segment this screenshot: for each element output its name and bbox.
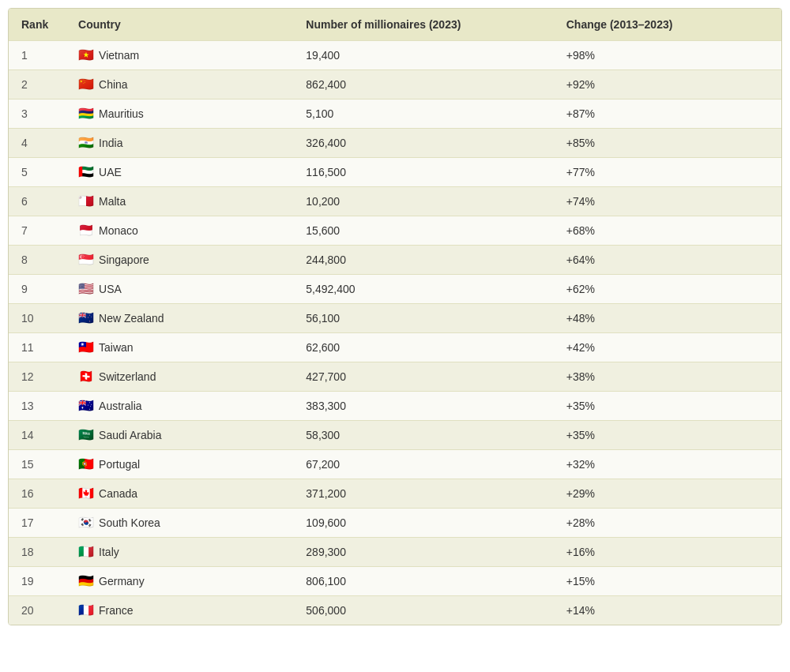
rank-cell: 13 [9, 392, 66, 421]
country-name: New Zealand [99, 312, 164, 325]
country-name: Canada [99, 487, 137, 500]
millionaires-count: 10,200 [293, 187, 553, 216]
change-value: +16% [554, 538, 781, 567]
country-name: Portugal [99, 458, 140, 471]
country-cell: 🇲🇨Monaco [66, 216, 293, 246]
millionaires-table: Rank Country Number of millionaires (202… [8, 8, 782, 625]
country-name: Australia [99, 400, 141, 412]
table-row: 8🇸🇬Singapore244,800+64% [9, 246, 781, 275]
flag-icon: 🇳🇿 [78, 312, 94, 325]
country-cell: 🇮🇳India [66, 129, 293, 158]
country-cell: 🇲🇹Malta [66, 187, 293, 216]
country-name: UAE [99, 166, 122, 178]
country-cell: 🇨🇦Canada [66, 479, 293, 509]
flag-icon: 🇵🇹 [78, 458, 94, 471]
change-value: +38% [554, 362, 781, 392]
header-millionaires: Number of millionaires (2023) [293, 9, 553, 41]
change-value: +62% [554, 275, 781, 304]
table-row: 13🇦🇺Australia383,300+35% [9, 392, 781, 421]
country-name: South Korea [99, 516, 160, 529]
country-name: India [99, 137, 122, 149]
country-name: Singapore [99, 253, 149, 266]
country-name: Saudi Arabia [99, 429, 161, 441]
country-name: USA [99, 283, 122, 295]
country-cell: 🇺🇸USA [66, 275, 293, 304]
flag-icon: 🇨🇦 [78, 487, 94, 500]
country-cell: 🇦🇪UAE [66, 158, 293, 187]
country-name: Italy [99, 546, 119, 558]
rank-cell: 1 [9, 41, 66, 70]
millionaires-count: 62,600 [293, 333, 553, 362]
table-row: 9🇺🇸USA5,492,400+62% [9, 275, 781, 304]
country-name: Monaco [99, 224, 138, 237]
table-row: 16🇨🇦Canada371,200+29% [9, 479, 781, 509]
flag-icon: 🇩🇪 [78, 575, 94, 588]
rank-cell: 4 [9, 129, 66, 158]
flag-icon: 🇹🇼 [78, 341, 94, 354]
millionaires-count: 244,800 [293, 246, 553, 275]
country-cell: 🇵🇹Portugal [66, 450, 293, 479]
country-name: Malta [99, 195, 126, 208]
change-value: +74% [554, 187, 781, 216]
millionaires-count: 506,000 [293, 596, 553, 625]
country-name: Taiwan [99, 341, 134, 354]
table-row: 6🇲🇹Malta10,200+74% [9, 187, 781, 216]
change-value: +87% [554, 99, 781, 129]
millionaires-count: 15,600 [293, 216, 553, 246]
change-value: +98% [554, 41, 781, 70]
flag-icon: 🇦🇪 [78, 166, 94, 178]
country-cell: 🇮🇹Italy [66, 538, 293, 567]
country-cell: 🇰🇷South Korea [66, 509, 293, 538]
table-row: 3🇲🇺Mauritius5,100+87% [9, 99, 781, 129]
millionaires-count: 56,100 [293, 304, 553, 333]
rank-cell: 7 [9, 216, 66, 246]
table-header-row: Rank Country Number of millionaires (202… [9, 9, 781, 41]
flag-icon: 🇸🇬 [78, 253, 94, 266]
table-row: 19🇩🇪Germany806,100+15% [9, 567, 781, 596]
country-cell: 🇳🇿New Zealand [66, 304, 293, 333]
flag-icon: 🇮🇳 [78, 137, 94, 149]
table-row: 11🇹🇼Taiwan62,600+42% [9, 333, 781, 362]
millionaires-count: 116,500 [293, 158, 553, 187]
flag-icon: 🇫🇷 [78, 604, 94, 617]
change-value: +85% [554, 129, 781, 158]
flag-icon: 🇺🇸 [78, 283, 94, 295]
millionaires-count: 19,400 [293, 41, 553, 70]
rank-cell: 2 [9, 70, 66, 99]
rank-cell: 16 [9, 479, 66, 509]
table-row: 14🇸🇦Saudi Arabia58,300+35% [9, 421, 781, 450]
country-cell: 🇸🇦Saudi Arabia [66, 421, 293, 450]
rank-cell: 9 [9, 275, 66, 304]
change-value: +48% [554, 304, 781, 333]
header-country: Country [66, 9, 293, 41]
rank-cell: 17 [9, 509, 66, 538]
millionaires-count: 5,100 [293, 99, 553, 129]
table-row: 12🇨🇭Switzerland427,700+38% [9, 362, 781, 392]
change-value: +92% [554, 70, 781, 99]
rank-cell: 15 [9, 450, 66, 479]
country-cell: 🇨🇭Switzerland [66, 362, 293, 392]
flag-icon: 🇨🇳 [78, 78, 94, 91]
rank-cell: 11 [9, 333, 66, 362]
change-value: +15% [554, 567, 781, 596]
change-value: +77% [554, 158, 781, 187]
country-name: Mauritius [99, 107, 144, 120]
change-value: +32% [554, 450, 781, 479]
flag-icon: 🇰🇷 [78, 516, 94, 529]
millionaires-count: 427,700 [293, 362, 553, 392]
table-row: 10🇳🇿New Zealand56,100+48% [9, 304, 781, 333]
rank-cell: 12 [9, 362, 66, 392]
table-row: 5🇦🇪UAE116,500+77% [9, 158, 781, 187]
country-name: France [99, 604, 134, 617]
country-cell: 🇸🇬Singapore [66, 246, 293, 275]
country-cell: 🇻🇳Vietnam [66, 41, 293, 70]
header-rank: Rank [9, 9, 66, 41]
country-name: Vietnam [99, 49, 139, 62]
table-row: 20🇫🇷France506,000+14% [9, 596, 781, 625]
flag-icon: 🇲🇺 [78, 107, 94, 120]
country-cell: 🇩🇪Germany [66, 567, 293, 596]
country-cell: 🇫🇷France [66, 596, 293, 625]
rank-cell: 18 [9, 538, 66, 567]
country-cell: 🇨🇳China [66, 70, 293, 99]
change-value: +68% [554, 216, 781, 246]
